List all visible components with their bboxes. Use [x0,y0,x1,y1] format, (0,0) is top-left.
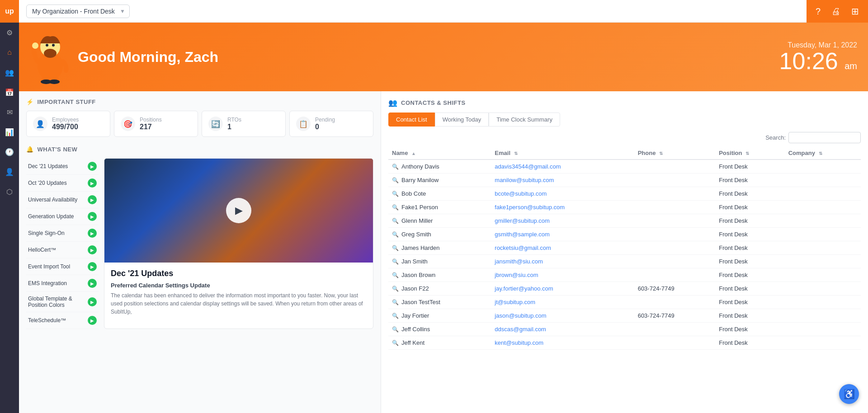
contact-email-link[interactable]: gmiller@subitup.com [495,217,550,224]
contact-name-cell: 🔍 Jeff Collins [388,323,491,336]
tab-time-clock[interactable]: Time Clock Summary [489,113,560,127]
contact-email-link[interactable]: ddscas@gmail.com [495,326,546,333]
sidebar-item-layers[interactable]: ⬡ [0,183,19,201]
contact-phone-cell [634,228,716,241]
contact-email-link[interactable]: jt@subitup.com [495,299,535,305]
contact-email-link[interactable]: jansmith@siu.com [495,258,542,265]
contact-search-icon[interactable]: 🔍 [392,245,399,251]
col-name[interactable]: Name ▲ [388,147,491,160]
contact-email-link[interactable]: adavis34544@gmail.com [495,163,561,170]
contact-position-cell: Front Desk [715,174,785,187]
contact-email-link[interactable]: jason@subitup.com [495,312,546,319]
pending-value: 0 [315,123,335,131]
news-item-generation[interactable]: Generation Update ▶ [26,208,99,225]
sidebar-item-clock[interactable]: 🕐 [0,143,19,161]
table-row: 🔍 Fake1 Person fake1person@subitup.com F… [388,201,861,214]
contact-position-cell: Front Desk [715,282,785,296]
accessibility-button[interactable]: ♿ [839,384,859,404]
news-item-hellocert[interactable]: HelloCert™ ▶ [26,242,99,258]
contact-email-link[interactable]: jay.fortier@yahoo.com [495,285,553,292]
sidebar-item-calendar[interactable]: 📅 [0,83,19,101]
hero-time: Tuesday, Mar 1, 2022 10:26 am [779,41,857,73]
contact-search-icon[interactable]: 🔍 [392,272,399,278]
contact-search-icon[interactable]: 🔍 [392,164,399,170]
news-item-sso[interactable]: Single Sign-On ▶ [26,225,99,242]
col-email[interactable]: Email ⇅ [491,147,634,160]
grid-icon[interactable]: ⊞ [851,6,859,17]
contact-email-link[interactable]: manilow@subitup.com [495,177,554,183]
sidebar-item-person[interactable]: 👤 [0,163,19,181]
contact-email-cell: bcote@subitup.com [491,187,634,201]
contact-phone-cell [634,255,716,268]
news-item-ems[interactable]: EMS Integration ▶ [26,275,99,292]
search-input[interactable] [788,132,861,143]
contact-search-icon[interactable]: 🔍 [392,340,399,346]
contact-search-icon[interactable]: 🔍 [392,258,399,265]
news-item-global-template[interactable]: Global Template & Position Colors ▶ [26,292,99,312]
tab-contact-list[interactable]: Contact List [388,113,435,127]
arrow-icon-3: ▶ [88,212,97,221]
col-company[interactable]: Company ⇅ [785,147,861,160]
contact-search-icon[interactable]: 🔍 [392,191,399,197]
whats-new-title: WHAT'S NEW [38,146,78,153]
sidebar-item-mail[interactable]: ✉ [0,103,19,121]
col-position[interactable]: Position ⇅ [715,147,785,160]
contact-search-icon[interactable]: 🔍 [392,177,399,183]
stat-pending[interactable]: 📋 Pending 0 [289,111,373,137]
contact-name-cell: 🔍 Fake1 Person [388,201,491,214]
contact-search-icon[interactable]: 🔍 [392,204,399,211]
col-phone[interactable]: Phone ⇅ [634,147,716,160]
contact-email-link[interactable]: bcote@subitup.com [495,190,547,197]
stat-employees[interactable]: 👤 Employees 499/700 [26,111,110,137]
help-icon[interactable]: ? [816,6,821,17]
sidebar-item-users[interactable]: 👥 [0,63,19,81]
contact-company-cell [785,268,861,282]
sidebar-item-home[interactable]: ⌂ [0,43,19,61]
news-item-oct20[interactable]: Oct '20 Updates ▶ [26,175,99,192]
contact-search-icon[interactable]: 🔍 [392,313,399,319]
news-item-dec21[interactable]: Dec '21 Updates ▶ [26,158,99,175]
employees-icon: 👤 [33,117,47,131]
arrow-icon-1: ▶ [88,178,97,188]
table-row: 🔍 Anthony Davis adavis34544@gmail.com Fr… [388,160,861,174]
stats-row: 👤 Employees 499/700 🎯 Positions 217 🔄 [26,111,373,137]
hero-date: Tuesday, Mar 1, 2022 [779,41,857,49]
contact-email-link[interactable]: kent@subitup.com [495,339,543,346]
news-item-universal[interactable]: Universal Availability ▶ [26,192,99,208]
arrow-icon-8: ▶ [88,297,97,306]
sidebar-item-chart[interactable]: 📊 [0,123,19,141]
sidebar-item-settings[interactable]: ⚙ [0,23,19,42]
contact-position-cell: Front Desk [715,228,785,241]
contact-email-link[interactable]: jbrown@siu.com [495,272,538,278]
news-item-event-import[interactable]: Event Import Tool ▶ [26,258,99,275]
sidebar-logo[interactable]: up [0,0,19,23]
contact-email-link[interactable]: fake1person@subitup.com [495,204,565,211]
tab-working-today[interactable]: Working Today [435,113,489,127]
play-button[interactable]: ▶ [226,198,251,223]
stat-positions[interactable]: 🎯 Positions 217 [114,111,198,137]
contact-search-icon[interactable]: 🔍 [392,299,399,305]
contact-email-link[interactable]: gsmith@sample.com [495,231,550,238]
print-icon[interactable]: 🖨 [831,6,840,17]
contact-name: Jason TestTest [401,299,440,305]
news-item-teleschedule[interactable]: TeleSchedule™ ▶ [26,312,99,329]
employees-value: 499/700 [52,123,79,131]
contact-search-icon[interactable]: 🔍 [392,326,399,333]
stat-rtos[interactable]: 🔄 RTOs 1 [202,111,286,137]
contact-name-cell: 🔍 Jeff Kent [388,336,491,350]
contact-search-icon[interactable]: 🔍 [392,286,399,292]
org-select[interactable]: My Organization - Front Desk [26,5,130,18]
contact-company-cell [785,282,861,296]
contact-name: Jason F22 [401,285,429,292]
news-list: Dec '21 Updates ▶ Oct '20 Updates ▶ Univ… [26,158,99,329]
sort-company-icon: ⇅ [819,151,822,156]
contact-search-icon[interactable]: 🔍 [392,218,399,224]
contact-search-icon[interactable]: 🔍 [392,231,399,238]
contact-position-cell: Front Desk [715,160,785,174]
contact-name: Greg Smith [401,231,431,238]
svg-point-4 [52,44,55,47]
contact-company-cell [785,323,861,336]
contact-name-cell: 🔍 Glenn Miller [388,214,491,228]
contact-email-link[interactable]: rocketsiu@gmail.com [495,244,551,251]
contact-email-cell: manilow@subitup.com [491,174,634,187]
